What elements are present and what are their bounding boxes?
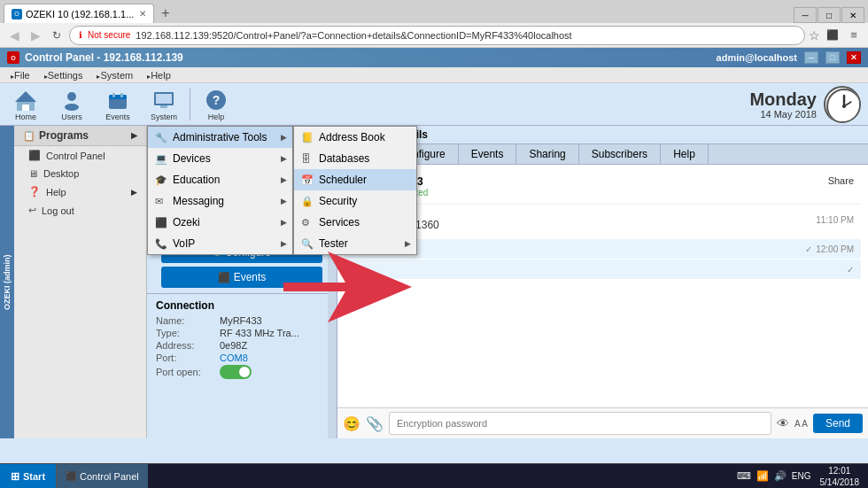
sub-databases[interactable]: 🗄 Databases xyxy=(294,148,416,169)
clock xyxy=(824,86,861,123)
date-label: 14 May 2018 xyxy=(749,109,817,120)
menu-file[interactable]: ▸File xyxy=(4,68,37,82)
menu-help[interactable]: ▸Help xyxy=(140,68,178,82)
url-text: 192.168.112.139:9520/Control+Panel/?a=Co… xyxy=(136,30,571,41)
conn-type-value: RF 433 MHz Tra... xyxy=(220,328,299,338)
ctx-messaging[interactable]: ✉ Messaging ▶ xyxy=(148,190,292,212)
tab-events[interactable]: Events xyxy=(459,144,517,164)
start-button[interactable]: ⊞ Start xyxy=(0,464,56,488)
tab-help[interactable]: Help xyxy=(661,144,709,164)
tab-sharing[interactable]: Sharing xyxy=(516,144,578,164)
bookmark-star-icon[interactable]: ☆ xyxy=(809,28,820,43)
back-button[interactable]: ◀ xyxy=(5,27,23,44)
sub-address-book[interactable]: 📒 Address Book xyxy=(294,127,416,148)
help-icon: ? xyxy=(204,88,229,112)
send-button[interactable]: Send xyxy=(813,414,863,433)
taskbar-app-icon: ⬛ xyxy=(66,471,76,481)
volume-icon: 🔊 xyxy=(774,470,787,482)
app-minimize-button[interactable]: ─ xyxy=(804,51,818,64)
address-book-icon: 📒 xyxy=(301,132,314,143)
taskbar: ⊞ Start ⬛ Control Panel ⌨ 📶 🔊 ENG 12:01 … xyxy=(0,463,868,488)
toolbar-system-button[interactable]: System xyxy=(142,86,186,123)
svg-rect-10 xyxy=(156,94,172,104)
sub-services[interactable]: ⚙ Services xyxy=(294,212,416,233)
sub-scheduler[interactable]: 📅 Scheduler xyxy=(294,169,416,190)
extensions-icon[interactable]: ⬛ xyxy=(824,27,841,44)
conn-address-value: 0e98Z xyxy=(220,340,247,351)
connection-info: Connection Name: MyRF433 Type: RF 433 MH… xyxy=(147,293,337,386)
font-size-controls[interactable]: A A xyxy=(794,419,808,429)
app-close-button[interactable]: ✕ xyxy=(847,51,861,64)
sidebar-item-help[interactable]: ❓ Help ▶ xyxy=(14,182,146,201)
tab-title: OZEKI 10 (192.168.1.1... xyxy=(26,9,134,19)
system-icon xyxy=(151,88,176,112)
taskbar-app-button[interactable]: ⬛ Control Panel xyxy=(56,464,148,488)
home-icon xyxy=(13,88,38,112)
message-check-row-1: ✓ 12:00 PM xyxy=(345,239,861,259)
sub-tester[interactable]: 🔍 Tester ▶ xyxy=(294,233,416,254)
browser-tab[interactable]: O OZEKI 10 (192.168.1.1... ✕ xyxy=(4,4,154,23)
conn-portopen-label: Port open: xyxy=(156,367,220,377)
tab-subscribers[interactable]: Subscribers xyxy=(579,144,661,164)
attach-button[interactable]: 📎 xyxy=(366,415,384,432)
new-tab-button[interactable]: + xyxy=(158,4,173,23)
sidebar-item-logout[interactable]: ↩ Log out xyxy=(14,201,146,220)
svg-marker-1 xyxy=(15,91,36,102)
education-icon: 🎓 xyxy=(155,174,167,186)
ozeki-arrow-icon: ▶ xyxy=(281,218,287,227)
svg-rect-11 xyxy=(160,105,167,108)
tester-arrow-icon: ▶ xyxy=(405,239,411,248)
security-icon: ℹ xyxy=(79,30,82,40)
app-body: OZEKI (admin) 📋 Programs ▶ ⬛ Control Pan… xyxy=(0,126,868,438)
maximize-button[interactable]: □ xyxy=(818,7,841,23)
events-button[interactable]: ⬛ Events xyxy=(161,267,322,288)
conn-name-label: Name: xyxy=(156,315,220,326)
check-icon-2: ✓ xyxy=(847,265,854,275)
forward-button[interactable]: ▶ xyxy=(27,27,44,44)
sidebar-item-desktop[interactable]: 🖥 Desktop xyxy=(14,165,146,182)
conn-port-label: Port: xyxy=(156,352,220,363)
network-icon: 📶 xyxy=(756,470,769,482)
toolbar-home-button[interactable]: Home xyxy=(4,86,48,123)
app-titlebar: O Control Panel - 192.168.112.139 admin@… xyxy=(0,48,868,67)
programs-header[interactable]: 📋 Programs ▶ xyxy=(14,126,146,146)
ctx-voip[interactable]: 📞 VoIP ▶ xyxy=(148,233,292,254)
toolbar-events-button[interactable]: Events xyxy=(96,86,140,123)
taskbar-clock: 12:01 5/14/2018 xyxy=(817,465,864,488)
toolbar-users-button[interactable]: Users xyxy=(50,86,94,123)
voip-arrow-icon: ▶ xyxy=(281,239,287,248)
programs-icon: 📋 xyxy=(23,130,35,142)
sidebar-item-control-panel[interactable]: ⬛ Control Panel xyxy=(14,146,146,165)
sub-security[interactable]: 🔒 Security xyxy=(294,190,416,212)
ctx-administrative-tools[interactable]: 🔧 Administrative Tools ▶ xyxy=(148,127,292,148)
share-button[interactable]: Share xyxy=(828,175,854,186)
scheduler-icon: 📅 xyxy=(301,174,314,186)
close-button[interactable]: ✕ xyxy=(841,7,864,23)
url-bar[interactable]: ℹ Not secure 192.168.112.139:9520/Contro… xyxy=(69,26,805,45)
admin-tools-icon: 🔧 xyxy=(155,132,167,143)
menu-settings[interactable]: ▸Settings xyxy=(37,68,90,82)
ctx-ozeki[interactable]: ⬛ Ozeki ▶ xyxy=(148,212,292,233)
ctx-devices[interactable]: 💻 Devices ▶ xyxy=(148,148,292,169)
education-arrow-icon: ▶ xyxy=(281,175,287,184)
message-check-row-2: ✓ xyxy=(345,259,861,279)
connection-title: Connection xyxy=(156,299,328,312)
ctx-education[interactable]: 🎓 Education ▶ xyxy=(148,169,292,190)
check-icon-1: ✓ xyxy=(805,244,812,254)
toolbar-help-button[interactable]: ? Help xyxy=(194,86,238,123)
clock-face xyxy=(825,88,861,123)
emoji-button[interactable]: 😊 xyxy=(343,415,360,432)
menu-system[interactable]: ▸System xyxy=(89,68,140,82)
refresh-button[interactable]: ↻ xyxy=(48,27,66,44)
context-submenu: 📒 Address Book 🗄 Databases 📅 Scheduler 🔒… xyxy=(293,126,417,255)
conn-name-value: MyRF433 xyxy=(220,315,262,326)
tab-close-icon[interactable]: ✕ xyxy=(139,9,146,19)
chat-input[interactable] xyxy=(389,412,771,435)
menu-icon[interactable]: ≡ xyxy=(845,27,863,44)
minimize-button[interactable]: ─ xyxy=(794,7,817,23)
help-expand-icon: ▶ xyxy=(131,188,137,197)
port-open-toggle[interactable] xyxy=(220,365,252,379)
app-maximize-button[interactable]: □ xyxy=(825,51,840,64)
password-visibility-icon[interactable]: 👁 xyxy=(777,416,789,430)
desktop-icon: 🖥 xyxy=(28,168,38,179)
